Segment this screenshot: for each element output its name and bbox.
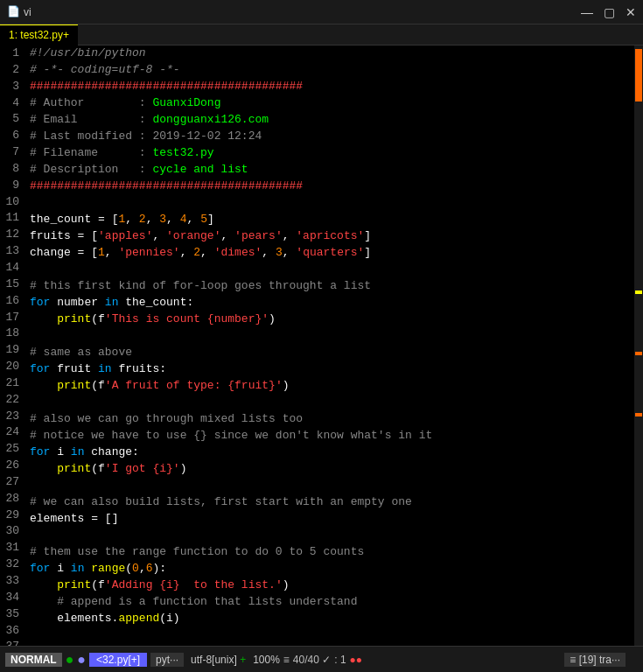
code-line: for i in range(0,6): [30,561,634,578]
line-number: 10 [5,194,19,211]
code-line: # -*- coding=utf-8 -*- [30,62,634,79]
maximize-button[interactable]: ▢ [604,5,615,19]
line-number: 13 [5,243,19,260]
editor-container: 1234567891011121314151617181920212223242… [0,46,643,646]
code-line: # same as above [30,345,634,361]
status-col: : 1 [334,654,346,666]
minimize-button[interactable]: — [581,5,593,19]
status-filename: <32.py[+] [89,653,147,667]
status-filetype: pyt··· [150,653,184,667]
line-number: 17 [5,310,19,326]
line-number: 21 [5,375,19,392]
line-number: 35 [5,606,19,623]
line-number: 24 [5,424,19,441]
code-line [30,528,634,544]
code-line: print(f'This is count {number}') [30,312,634,328]
code-line: # this first kind of for-loop goes throu… [30,278,634,295]
code-line: fruits = ['apples', 'orange', 'pears', '… [30,228,634,245]
scrollbar[interactable] [634,46,643,646]
scrollbar-marker3 [635,413,642,416]
status-icon2: ● [77,652,86,668]
status-percent: 100% [253,654,280,666]
line-number: 5 [5,111,19,128]
status-encoding: utf-8[unix] + [187,653,249,667]
line-number: 23 [5,409,19,425]
code-line: # them use the range function to do 0 to… [30,544,634,561]
code-line: #!/usr/bin/python [30,46,634,62]
code-line: for fruit in fruits: [30,361,634,378]
code-line: # also we can go through mixed lists too [30,411,634,428]
line-number: 27 [5,474,19,491]
line-number: 32 [5,556,19,573]
app-icon: 📄 [7,5,20,18]
line-number: 30 [5,523,19,540]
window-controls: — ▢ ✕ [581,5,636,19]
code-line: print(f'Adding {i} to the list.') [30,578,634,594]
line-number: 31 [5,540,19,556]
line-number: 22 [5,392,19,409]
code-line: print(f'A fruit of type: {fruit}') [30,378,634,395]
line-numbers: 1234567891011121314151617181920212223242… [0,46,24,646]
line-number: 34 [5,590,19,606]
line-number: 25 [5,441,19,458]
code-line [30,195,634,212]
status-bar: NORMAL ● ● <32.py[+] pyt··· utf-8[unix] … [0,646,643,672]
code-line: for number in the_count: [30,295,634,312]
code-line: # Email : dongguanxi126.com [30,112,634,129]
code-line [30,395,634,411]
line-number: 9 [5,178,19,194]
code-line: # Description : cycle and list [30,162,634,178]
scrollbar-marker [635,290,642,294]
line-number: 1 [5,46,19,62]
code-line: # Author : GuanxiDong [30,95,634,112]
status-icon1: ● [66,652,74,668]
scrollbar-marker2 [635,352,642,355]
code-line: # Last modified : 2019-12-02 12:24 [30,129,634,145]
close-button[interactable]: ✕ [626,5,636,19]
window-title: vi [24,6,31,18]
line-number: 36 [5,623,19,640]
code-area[interactable]: #!/usr/bin/python# -*- coding=utf-8 -*-#… [24,46,634,646]
code-line: change = [1, 'pennies', 2, 'dimes', 3, '… [30,245,634,262]
code-line [30,328,634,345]
line-number: 2 [5,62,19,79]
code-line [30,262,634,278]
line-number: 15 [5,276,19,293]
code-line [30,478,634,494]
line-number: 33 [5,573,19,590]
line-number: 3 [5,79,19,95]
line-number: 19 [5,342,19,359]
status-extra: ≡ [19] tra··· [564,653,626,667]
code-line: for i in change: [30,444,634,461]
code-line: the_count = [1, 2, 3, 4, 5] [30,212,634,228]
status-equals: ≡ [283,654,290,666]
line-number: 20 [5,359,19,375]
code-line: ######################################## [30,79,634,95]
code-line: print(f'I got {i}') [30,461,634,478]
line-number: 4 [5,95,19,112]
active-tab[interactable]: 1: test32.py+ [0,24,78,46]
code-line: ######################################## [30,178,634,195]
scrollbar-thumb[interactable] [635,49,642,102]
title-bar: 📄 vi — ▢ ✕ [0,0,643,24]
line-number: 12 [5,227,19,243]
line-number: 6 [5,128,19,144]
code-line: elements = [] [30,511,634,528]
tab-bar: 1: test32.py+ buffers [0,24,643,46]
code-line: # notice we have to use {} since we don'… [30,428,634,444]
code-line [30,627,634,644]
code-line: # we can also build lists, first start w… [30,494,634,511]
line-number: 11 [5,210,19,227]
mode-indicator: NORMAL [5,653,62,667]
code-line: # append is a function that lists unders… [30,594,634,611]
line-number: 7 [5,144,19,161]
line-number: 14 [5,260,19,276]
status-position: 40/40 ✓ [293,654,331,666]
line-number: 28 [5,491,19,508]
line-number: 26 [5,458,19,474]
line-number: 18 [5,326,19,342]
line-number: 29 [5,508,19,524]
code-line: elements.append(i) [30,611,634,627]
status-dots: ●● [350,654,363,666]
line-number: 16 [5,293,19,310]
